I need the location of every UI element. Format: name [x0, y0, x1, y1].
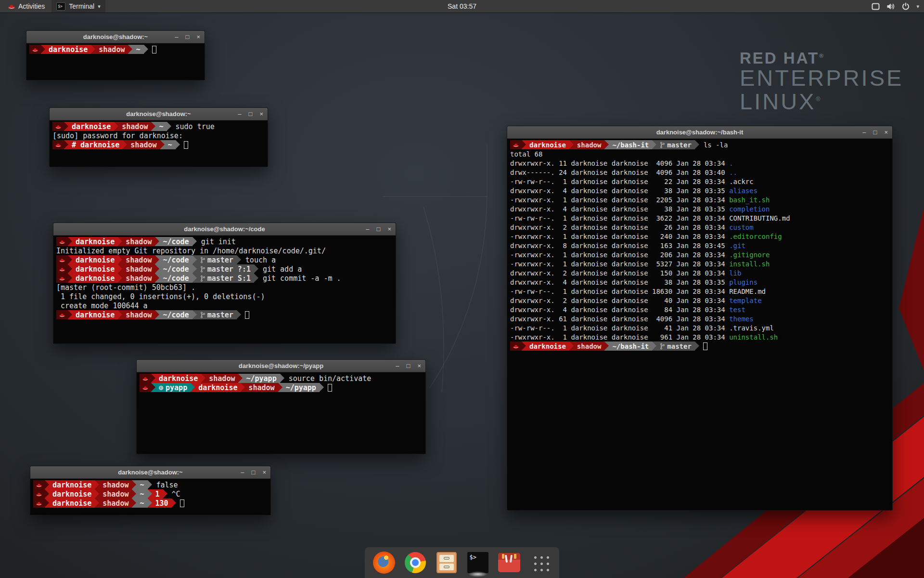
git-branch-icon: [200, 312, 205, 318]
terminal-output: -rw-rw-r--. 1 darknoise darknoise 22 Jan…: [510, 178, 729, 185]
terminal-line: -rwxrwxr-x. 1 darknoise darknoise 961 Ja…: [510, 332, 889, 342]
minimize-button[interactable]: –: [241, 466, 244, 479]
prompt-segment-git: master: [656, 342, 695, 351]
minimize-button[interactable]: –: [396, 360, 399, 372]
prompt-segment-user: darknoise: [49, 480, 95, 489]
maximize-button[interactable]: □: [186, 31, 190, 43]
powerline-separator: [64, 122, 68, 131]
app-menu[interactable]: $> Terminal ▾: [51, 0, 105, 13]
terminal-content[interactable]: darknoiseshadow~: [26, 43, 205, 80]
prompt-segment-host: shadow: [99, 499, 132, 508]
file-name: template: [729, 297, 761, 304]
redhat-prompt-icon: [142, 376, 149, 381]
dock-terminal-icon[interactable]: $>: [466, 551, 489, 574]
minimize-button[interactable]: –: [862, 126, 866, 139]
terminal-line: -rwxrwxr-x. 1 darknoise darknoise 2205 J…: [510, 195, 889, 204]
terminal-content[interactable]: darknoiseshadow~/bash-itmasterls -latota…: [507, 139, 892, 510]
terminal-content[interactable]: darknoiseshadow~falsedarknoiseshadow~1^C…: [30, 479, 270, 515]
terminal-line: -rw-rw-r--. 1 darknoise darknoise 3622 J…: [510, 213, 889, 223]
close-button[interactable]: ×: [387, 223, 391, 236]
prompt-segment-path: ~/code: [159, 264, 192, 274]
terminal-content[interactable]: darknoiseshadow~/pyappsource bin/activat…: [137, 372, 425, 454]
close-button[interactable]: ×: [196, 31, 200, 43]
powerline-separator: [155, 264, 159, 274]
prompt-segment-host: shadow: [122, 255, 155, 264]
terminal-window-home-2: darknoise@shadow:~ –□× darknoiseshadow~f…: [30, 466, 271, 515]
powerline-separator: [163, 489, 167, 499]
terminal-line: -rwxrwxr-x. 1 darknoise darknoise 240 Ja…: [510, 232, 889, 241]
close-button[interactable]: ×: [417, 360, 421, 372]
terminal-output: -rw-rw-r--. 1 darknoise darknoise 3622 J…: [510, 214, 729, 222]
dock-toolbox-icon[interactable]: [498, 551, 521, 574]
prompt-segment-user: darknoise: [68, 122, 114, 131]
redhat-prompt-icon: [55, 142, 62, 148]
close-button[interactable]: ×: [884, 126, 888, 139]
maximize-button[interactable]: □: [252, 466, 256, 479]
powerline-separator: [123, 140, 127, 149]
maximize-button[interactable]: □: [377, 223, 381, 236]
terminal-output: -rwxrwxr-x. 1 darknoise darknoise 5327 J…: [510, 260, 729, 268]
prompt-segment-path: ~/pyapp: [243, 374, 280, 383]
dock-firefox-icon[interactable]: [372, 551, 396, 574]
prompt-hat-segment: [510, 140, 522, 149]
terminal-line: darknoiseshadow~/bash-itmaster: [510, 342, 889, 351]
terminal-content[interactable]: darknoiseshadow~sudo true[sudo] password…: [50, 120, 268, 167]
maximize-button[interactable]: □: [873, 126, 877, 139]
maximize-button[interactable]: □: [249, 108, 253, 120]
titlebar[interactable]: darknoise@shadow:~ –□×: [26, 31, 205, 43]
file-name: .git: [729, 242, 745, 250]
prompt-segment-err: 130: [152, 499, 172, 508]
terminal-line: drwxrwxr-x. 2 darknoise darknoise 26 Jan…: [510, 223, 889, 232]
terminal-output: drwxrwxr-x. 2 darknoise darknoise 26 Jan…: [510, 223, 729, 231]
prompt-segment-host: shadow: [574, 140, 605, 149]
chevron-down-icon[interactable]: ▾: [916, 3, 919, 10]
terminal-line: darknoiseshadow~1^C: [33, 489, 268, 499]
redhat-prompt-icon: [59, 257, 65, 263]
prompt-segment-host: shadow: [122, 264, 155, 274]
activities-button[interactable]: Activities: [4, 0, 49, 13]
terminal-line: -rwxrwxr-x. 1 darknoise darknoise 206 Ja…: [510, 250, 889, 259]
redhat-prompt-icon: [36, 500, 42, 506]
prompt-segment-host: shadow: [122, 274, 155, 283]
minimize-button[interactable]: –: [366, 223, 369, 236]
prompt-segment-git: master: [656, 140, 695, 149]
powerline-separator: [95, 480, 99, 489]
close-button[interactable]: ×: [262, 466, 266, 479]
maximize-button[interactable]: □: [407, 360, 411, 372]
close-button[interactable]: ×: [259, 108, 263, 120]
terminal-line: darknoiseshadow~/codemaster ?:1git add a: [56, 264, 393, 274]
prompt-hat-segment: [140, 374, 151, 383]
powerline-separator: [192, 255, 197, 264]
terminal-line: drwxrwxr-x. 4 darknoise darknoise 38 Jan…: [510, 186, 889, 195]
titlebar[interactable]: darknoise@shadow:~ –□×: [50, 108, 268, 120]
prompt-segment-path: ~/pyapp: [282, 383, 320, 392]
titlebar[interactable]: darknoise@shadow:~/code –□×: [53, 223, 396, 236]
terminal-line: drwxrwxr-x. 4 darknoise darknoise 38 Jan…: [510, 204, 889, 213]
power-icon[interactable]: [902, 2, 910, 10]
terminal-content[interactable]: darknoiseshadow~/codegit initInitialized…: [53, 236, 396, 343]
titlebar[interactable]: darknoise@shadow:~ –□×: [30, 466, 270, 479]
redhat-prompt-icon: [59, 266, 65, 272]
prompt-segment-path: ~: [155, 122, 167, 131]
file-name: uninstall.sh: [729, 333, 778, 341]
terminal-line: drwxrwxr-x. 8 darknoise darknoise 163 Ja…: [510, 241, 889, 250]
powerline-separator: [41, 45, 45, 54]
terminal-output: -rwxrwxr-x. 1 darknoise darknoise 240 Ja…: [510, 233, 729, 240]
command-text: git commit -a -m .: [263, 274, 341, 283]
titlebar[interactable]: darknoise@shadow:~/pyapp –□×: [137, 360, 425, 372]
dock-files-icon[interactable]: [435, 551, 458, 574]
titlebar[interactable]: darknoise@shadow:~/bash-it –□×: [507, 126, 892, 139]
display-icon[interactable]: [872, 3, 880, 10]
command-text: false: [156, 481, 178, 489]
volume-icon[interactable]: [886, 3, 895, 10]
window-title: darknoise@shadow:~: [83, 33, 148, 40]
powerline-separator: [118, 274, 122, 283]
dock-app-grid-icon[interactable]: [529, 551, 552, 574]
powerline-separator: [114, 122, 118, 131]
terminal-output: -rwxrwxr-x. 1 darknoise darknoise 961 Ja…: [510, 333, 729, 341]
terminal-output: drwxrwxr-x. 4 darknoise darknoise 84 Jan…: [510, 306, 729, 314]
clock[interactable]: Sat 03:57: [448, 2, 476, 10]
minimize-button[interactable]: –: [175, 31, 178, 43]
dock-chrome-icon[interactable]: [404, 551, 427, 574]
minimize-button[interactable]: –: [238, 108, 241, 120]
